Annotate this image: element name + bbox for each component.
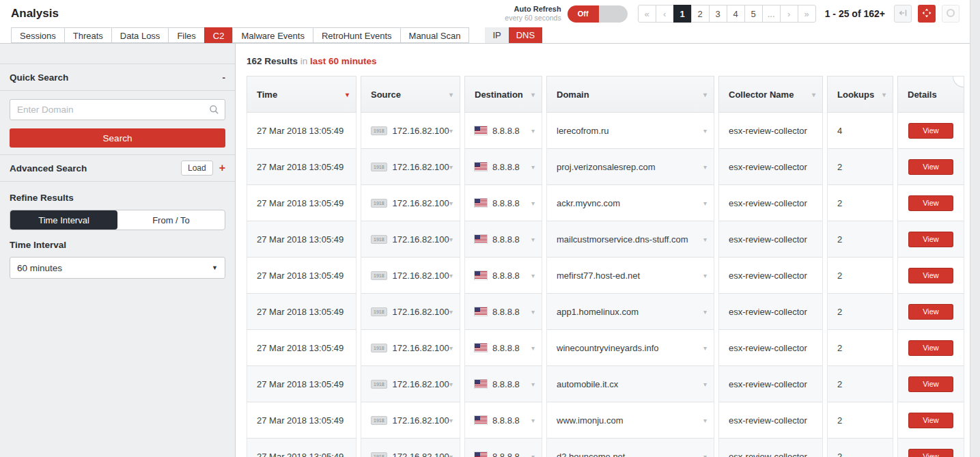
domain-dropdown-icon[interactable]: ▾ — [703, 127, 707, 135]
source-dropdown-icon[interactable]: ▾ — [449, 344, 453, 352]
sort-caret-icon[interactable]: ▾ — [346, 91, 349, 98]
view-button[interactable]: View — [908, 449, 953, 457]
sort-caret-icon[interactable]: ▾ — [449, 91, 453, 98]
view-button[interactable]: View — [908, 195, 953, 211]
tab-sessions[interactable]: Sessions — [11, 27, 65, 43]
view-button[interactable]: View — [908, 340, 953, 356]
domain-dropdown-icon[interactable]: ▾ — [703, 453, 707, 457]
view-button[interactable]: View — [908, 413, 953, 428]
time-value: 27 Mar 2018 13:05:49 — [257, 415, 344, 426]
sort-caret-icon[interactable]: ▾ — [882, 91, 886, 98]
domain-dropdown-icon[interactable]: ▾ — [703, 417, 707, 424]
domain-dropdown-icon[interactable]: ▾ — [703, 380, 707, 388]
column-header-lookups[interactable]: Lookups▾ — [827, 76, 893, 113]
destination-dropdown-icon[interactable]: ▾ — [531, 236, 535, 243]
domain-dropdown-icon[interactable]: ▾ — [703, 236, 707, 243]
tab-files[interactable]: Files — [168, 27, 204, 43]
view-button[interactable]: View — [908, 304, 953, 320]
page-title: Analysis — [11, 7, 59, 20]
page-ellipsis[interactable]: ... — [762, 5, 781, 23]
destination-dropdown-icon[interactable]: ▾ — [531, 417, 535, 424]
source-dropdown-icon[interactable]: ▾ — [449, 380, 453, 388]
destination-dropdown-icon[interactable]: ▾ — [531, 453, 535, 457]
column-header-collector-name[interactable]: Collector Name▾ — [718, 76, 823, 113]
search-button[interactable]: Search — [10, 128, 225, 148]
page-button-4[interactable]: 4 — [727, 5, 745, 23]
segment-from-to[interactable]: From / To — [117, 210, 225, 230]
results-summary: 162 Results in last 60 minutes — [247, 56, 980, 66]
tab-data-loss[interactable]: Data Loss — [111, 27, 169, 43]
lookups-value: 2 — [837, 452, 842, 457]
panel-collapse-button[interactable] — [894, 5, 912, 23]
table-row: 27 Mar 2018 13:05:491918172.16.82.100▾8.… — [247, 330, 964, 366]
page-button-2[interactable]: 2 — [691, 5, 710, 23]
page-button-5[interactable]: 5 — [744, 5, 763, 23]
destination-dropdown-icon[interactable]: ▾ — [531, 344, 535, 352]
column-header-destination[interactable]: Destination▾ — [464, 76, 542, 113]
tab-manual-scan[interactable]: Manual Scan — [400, 27, 470, 43]
time-value: 27 Mar 2018 13:05:49 — [257, 379, 344, 389]
lookups-value: 2 — [837, 162, 842, 172]
load-button[interactable]: Load — [181, 161, 213, 176]
scrollbar[interactable] — [970, 0, 980, 457]
last-page-button[interactable]: » — [798, 5, 816, 23]
view-button[interactable]: View — [908, 376, 953, 392]
source-dropdown-icon[interactable]: ▾ — [449, 236, 453, 243]
domain-dropdown-icon[interactable]: ▾ — [703, 308, 707, 316]
sort-caret-icon[interactable]: ▾ — [812, 91, 815, 98]
domain-value: proj.verizonsalesrep.com — [557, 162, 656, 172]
source-dropdown-icon[interactable]: ▾ — [449, 199, 453, 207]
domain-dropdown-icon[interactable]: ▾ — [703, 344, 707, 352]
auto-refresh-toggle[interactable]: Off — [568, 5, 628, 23]
destination-dropdown-icon[interactable]: ▾ — [531, 272, 535, 279]
destination-dropdown-icon[interactable]: ▾ — [531, 308, 535, 316]
domain-dropdown-icon[interactable]: ▾ — [703, 199, 707, 207]
view-button[interactable]: View — [908, 123, 953, 139]
tab-threats[interactable]: Threats — [64, 27, 112, 43]
time-cell: 27 Mar 2018 13:05:49 — [247, 113, 356, 149]
view-button[interactable]: View — [908, 159, 953, 175]
expand-button[interactable] — [918, 5, 936, 23]
page-button-3[interactable]: 3 — [709, 5, 727, 23]
advanced-search-title: Advanced Search — [10, 163, 87, 174]
private-ip-badge: 1918 — [371, 271, 387, 280]
destination-dropdown-icon[interactable]: ▾ — [531, 380, 535, 388]
prev-page-button[interactable]: ‹ — [656, 5, 674, 23]
destination-dropdown-icon[interactable]: ▾ — [531, 199, 535, 207]
source-dropdown-icon[interactable]: ▾ — [449, 163, 453, 171]
destination-dropdown-icon[interactable]: ▾ — [531, 127, 535, 135]
column-header-details[interactable]: Details — [897, 76, 964, 113]
source-dropdown-icon[interactable]: ▾ — [449, 308, 453, 316]
destination-dropdown-icon[interactable]: ▾ — [531, 163, 535, 171]
add-icon[interactable]: + — [219, 162, 225, 174]
page-button-1[interactable]: 1 — [673, 5, 692, 23]
view-button[interactable]: View — [908, 268, 953, 283]
domain-dropdown-icon[interactable]: ▾ — [703, 163, 707, 171]
column-header-time[interactable]: Time▾ — [247, 76, 356, 113]
tab-c2[interactable]: C2 — [204, 27, 234, 43]
tab-malware-events[interactable]: Malware Events — [232, 27, 313, 43]
source-dropdown-icon[interactable]: ▾ — [449, 272, 453, 279]
next-page-button[interactable]: › — [780, 5, 798, 23]
sort-caret-icon[interactable]: ▾ — [703, 91, 707, 98]
domain-search-input[interactable] — [10, 99, 225, 120]
column-header-domain[interactable]: Domain▾ — [546, 76, 714, 113]
collector-cell: esx-review-collector — [718, 113, 823, 149]
segment-time-interval[interactable]: Time Interval — [10, 210, 117, 230]
sort-caret-icon[interactable]: ▾ — [531, 91, 535, 98]
first-page-button[interactable]: « — [638, 5, 656, 23]
tab-retrohunt-events[interactable]: RetroHunt Events — [313, 27, 401, 43]
source-dropdown-icon[interactable]: ▾ — [449, 453, 453, 457]
domain-dropdown-icon[interactable]: ▾ — [703, 272, 707, 279]
subtab-dns[interactable]: DNS — [509, 27, 542, 43]
view-button[interactable]: View — [908, 232, 953, 247]
column-label: Destination — [475, 89, 523, 100]
time-interval-select[interactable]: 60 minutes ▼ — [10, 257, 225, 279]
column-header-source[interactable]: Source▾ — [361, 76, 460, 113]
subtab-ip[interactable]: IP — [485, 27, 508, 43]
source-dropdown-icon[interactable]: ▾ — [449, 417, 453, 424]
time-value: 27 Mar 2018 13:05:49 — [257, 198, 344, 208]
collapse-icon[interactable]: - — [223, 72, 226, 83]
status-circle-button[interactable] — [942, 5, 960, 23]
source-dropdown-icon[interactable]: ▾ — [449, 127, 453, 135]
